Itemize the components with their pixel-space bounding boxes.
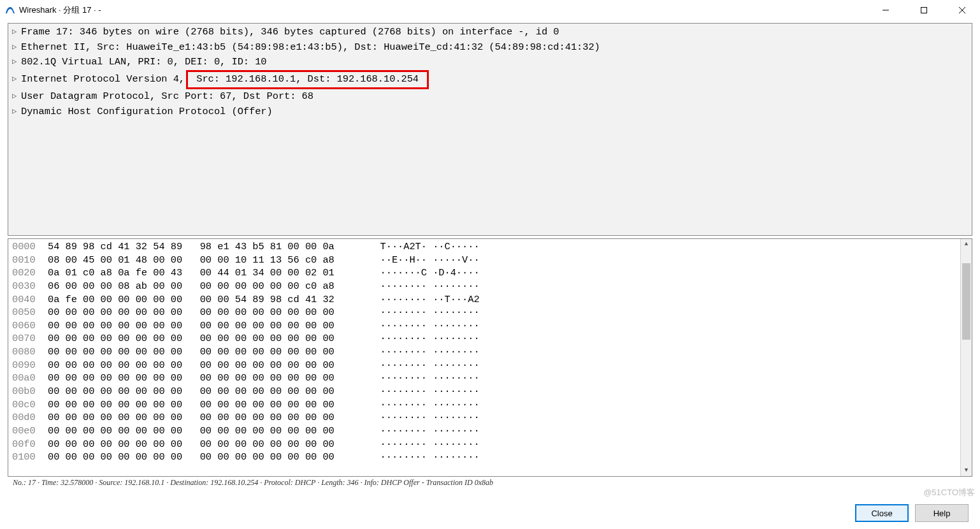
hex-ascii: T···A2T· ··C····· <box>363 240 480 254</box>
window: Wireshark · 分组 17 · - ▷ Frame 17: 346 by… <box>0 0 980 529</box>
hex-ascii: ········ ········ <box>363 306 480 319</box>
content-area: ▷ Frame 17: 346 bytes on wire (2768 bits… <box>0 20 980 501</box>
hex-bytes: 00 00 00 00 00 00 00 00 00 00 00 00 00 0… <box>48 306 363 319</box>
expand-icon[interactable]: ▷ <box>12 91 21 103</box>
hex-bytes: 00 00 00 00 00 00 00 00 00 00 00 00 00 0… <box>48 332 363 345</box>
hex-bytes: 00 00 00 00 00 00 00 00 00 00 00 00 00 0… <box>48 345 363 359</box>
hex-offset: 0100 <box>12 451 48 464</box>
hex-offset: 0040 <box>12 293 48 307</box>
dialog-button-bar: Close Help <box>0 501 980 529</box>
hex-offset: 00d0 <box>12 411 48 424</box>
hex-row[interactable]: 00400a fe 00 00 00 00 00 00 00 00 54 89 … <box>12 293 968 307</box>
expand-icon[interactable]: ▷ <box>12 26 21 38</box>
window-controls <box>873 1 975 19</box>
hex-row[interactable]: 009000 00 00 00 00 00 00 00 00 00 00 00 … <box>12 359 968 372</box>
hex-bytes: 54 89 98 cd 41 32 54 89 98 e1 43 b5 81 0… <box>48 240 363 254</box>
expand-icon[interactable]: ▷ <box>12 73 21 85</box>
hex-row[interactable]: 00d000 00 00 00 00 00 00 00 00 00 00 00 … <box>12 411 968 424</box>
hex-ascii: ········ ········ <box>363 398 480 412</box>
hex-row[interactable]: 00a000 00 00 00 00 00 00 00 00 00 00 00 … <box>12 372 968 385</box>
hex-bytes: 00 00 00 00 00 00 00 00 00 00 00 00 00 0… <box>48 319 363 333</box>
hex-row[interactable]: 000054 89 98 cd 41 32 54 89 98 e1 43 b5 … <box>12 240 968 254</box>
hex-bytes: 00 00 00 00 00 00 00 00 00 00 00 00 00 0… <box>48 438 363 451</box>
expand-icon[interactable]: ▷ <box>12 56 21 68</box>
hex-bytes: 00 00 00 00 00 00 00 00 00 00 00 00 00 0… <box>48 372 363 385</box>
hex-row[interactable]: 005000 00 00 00 00 00 00 00 00 00 00 00 … <box>12 306 968 319</box>
close-button[interactable]: Close <box>855 504 909 522</box>
hex-row[interactable]: 010000 00 00 00 00 00 00 00 00 00 00 00 … <box>12 451 968 464</box>
hex-row[interactable]: 003006 00 00 00 08 ab 00 00 00 00 00 00 … <box>12 280 968 293</box>
hex-ascii: ········ ········ <box>363 280 480 293</box>
hex-bytes: 06 00 00 00 08 ab 00 00 00 00 00 00 00 0… <box>48 280 363 293</box>
hex-ascii: ··E··H·· ·····V·· <box>363 254 480 267</box>
hex-bytes: 00 00 00 00 00 00 00 00 00 00 00 00 00 0… <box>48 451 363 464</box>
hex-ascii: ········ ········ <box>363 451 480 464</box>
hex-offset: 0060 <box>12 319 48 333</box>
hex-offset: 00b0 <box>12 385 48 398</box>
hex-offset: 0000 <box>12 240 48 254</box>
hex-bytes: 0a fe 00 00 00 00 00 00 00 00 54 89 98 c… <box>48 293 363 307</box>
scroll-down-icon[interactable]: ▼ <box>961 465 972 476</box>
close-window-button[interactable] <box>949 1 975 19</box>
hex-offset: 0020 <box>12 266 48 280</box>
hex-offset: 0080 <box>12 345 48 359</box>
hex-offset: 00c0 <box>12 398 48 412</box>
hex-ascii: ········ ········ <box>363 345 480 359</box>
hex-bytes: 00 00 00 00 00 00 00 00 00 00 00 00 00 0… <box>48 411 363 424</box>
scroll-up-icon[interactable]: ▲ <box>961 239 972 250</box>
hex-row[interactable]: 007000 00 00 00 00 00 00 00 00 00 00 00 … <box>12 332 968 345</box>
hex-offset: 0030 <box>12 280 48 293</box>
hex-ascii: ········ ········ <box>363 385 480 398</box>
hex-row[interactable]: 008000 00 00 00 00 00 00 00 00 00 00 00 … <box>12 345 968 359</box>
packet-details-pane[interactable]: ▷ Frame 17: 346 bytes on wire (2768 bits… <box>8 23 972 236</box>
hex-offset: 00a0 <box>12 372 48 385</box>
titlebar: Wireshark · 分组 17 · - <box>0 0 980 20</box>
hex-ascii: ········ ········ <box>363 411 480 424</box>
hex-offset: 00e0 <box>12 424 48 438</box>
hex-ascii: ········ ········ <box>363 438 480 451</box>
hex-bytes: 00 00 00 00 00 00 00 00 00 00 00 00 00 0… <box>48 398 363 412</box>
hex-row[interactable]: 001008 00 45 00 01 48 00 00 00 00 10 11 … <box>12 254 968 267</box>
hex-bytes: 00 00 00 00 00 00 00 00 00 00 00 00 00 0… <box>48 424 363 438</box>
details-row-ipv4[interactable]: ▷ Internet Protocol Version 4, Src: 192.… <box>8 70 972 89</box>
hex-ascii: ········ ········ <box>363 424 480 438</box>
scrollbar[interactable]: ▲ ▼ <box>960 239 972 476</box>
hex-bytes: 00 00 00 00 00 00 00 00 00 00 00 00 00 0… <box>48 359 363 372</box>
hex-bytes: 0a 01 c0 a8 0a fe 00 43 00 44 01 34 00 0… <box>48 266 363 280</box>
svg-rect-1 <box>921 8 927 13</box>
hex-ascii: ·······C ·D·4···· <box>363 266 480 280</box>
hex-ascii: ········ ········ <box>363 372 480 385</box>
ip-src-dst-highlight: Src: 192.168.10.1, Dst: 192.168.10.254 <box>186 70 429 89</box>
hex-ascii: ········ ········ <box>363 319 480 333</box>
scroll-thumb[interactable] <box>962 263 970 340</box>
details-row-dhcp[interactable]: ▷ Dynamic Host Configuration Protocol (O… <box>8 105 972 120</box>
packet-bytes-pane[interactable]: 000054 89 98 cd 41 32 54 89 98 e1 43 b5 … <box>8 238 972 477</box>
statusbar: No.: 17 · Time: 32.578000 · Source: 192.… <box>8 477 972 493</box>
hex-ascii: ········ ··T···A2 <box>363 293 480 307</box>
minimize-button[interactable] <box>873 1 898 19</box>
expand-icon[interactable]: ▷ <box>12 106 21 118</box>
hex-row[interactable]: 00f000 00 00 00 00 00 00 00 00 00 00 00 … <box>12 438 968 451</box>
hex-bytes: 00 00 00 00 00 00 00 00 00 00 00 00 00 0… <box>48 385 363 398</box>
details-row-udp[interactable]: ▷ User Datagram Protocol, Src Port: 67, … <box>8 89 972 105</box>
hex-bytes: 08 00 45 00 01 48 00 00 00 00 10 11 13 5… <box>48 254 363 267</box>
hex-row[interactable]: 00c000 00 00 00 00 00 00 00 00 00 00 00 … <box>12 398 968 412</box>
status-text: No.: 17 · Time: 32.578000 · Source: 192.… <box>13 478 493 487</box>
hex-ascii: ········ ········ <box>363 332 480 345</box>
details-row-vlan[interactable]: ▷ 802.1Q Virtual LAN, PRI: 0, DEI: 0, ID… <box>8 55 972 70</box>
help-button[interactable]: Help <box>915 504 969 522</box>
details-row-ethernet[interactable]: ▷ Ethernet II, Src: HuaweiTe_e1:43:b5 (5… <box>8 40 972 55</box>
maximize-button[interactable] <box>911 1 937 19</box>
hex-offset: 0090 <box>12 359 48 372</box>
hex-offset: 0070 <box>12 332 48 345</box>
expand-icon[interactable]: ▷ <box>12 41 21 54</box>
hex-row[interactable]: 00e000 00 00 00 00 00 00 00 00 00 00 00 … <box>12 424 968 438</box>
hex-row[interactable]: 00200a 01 c0 a8 0a fe 00 43 00 44 01 34 … <box>12 266 968 280</box>
hex-ascii: ········ ········ <box>363 359 480 372</box>
hex-offset: 0050 <box>12 306 48 319</box>
hex-row[interactable]: 00b000 00 00 00 00 00 00 00 00 00 00 00 … <box>12 385 968 398</box>
hex-row[interactable]: 006000 00 00 00 00 00 00 00 00 00 00 00 … <box>12 319 968 333</box>
details-row-frame[interactable]: ▷ Frame 17: 346 bytes on wire (2768 bits… <box>8 25 972 40</box>
hex-offset: 0010 <box>12 254 48 267</box>
hex-offset: 00f0 <box>12 438 48 451</box>
